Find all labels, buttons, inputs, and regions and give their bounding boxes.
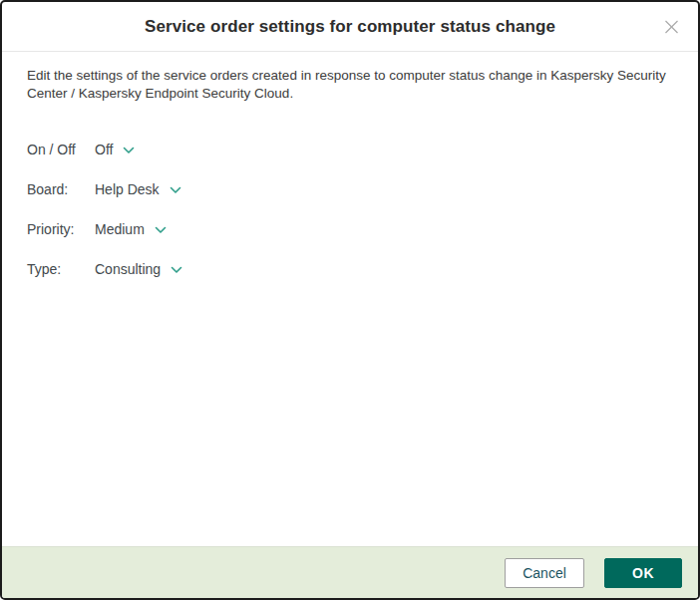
priority-dropdown[interactable]: Medium <box>95 221 167 237</box>
ok-button[interactable]: OK <box>604 558 682 588</box>
on-off-dropdown[interactable]: Off <box>95 142 135 157</box>
service-order-settings-dialog: Service order settings for computer stat… <box>0 0 700 600</box>
chevron-down-icon <box>171 266 182 274</box>
field-label-board: Board: <box>27 181 95 197</box>
priority-dropdown-value: Medium <box>95 221 145 237</box>
field-label-type: Type: <box>27 261 95 277</box>
chevron-down-icon <box>123 147 135 154</box>
field-label-on-off: On / Off <box>27 142 95 157</box>
chevron-down-icon <box>170 186 181 194</box>
cancel-button[interactable]: Cancel <box>505 558 584 588</box>
close-icon[interactable] <box>660 15 683 38</box>
form-row: Board: Help Desk <box>27 180 673 198</box>
board-dropdown-value: Help Desk <box>95 181 160 197</box>
form-row: On / Off Off <box>27 141 673 158</box>
type-dropdown[interactable]: Consulting <box>95 261 182 277</box>
form-row: Type: Consulting <box>27 260 673 278</box>
form-row: Priority: Medium <box>27 220 673 238</box>
dialog-description: Edit the settings of the service orders … <box>27 67 673 102</box>
type-dropdown-value: Consulting <box>95 261 161 277</box>
dialog-header: Service order settings for computer stat… <box>2 2 698 52</box>
dialog-footer: Cancel OK <box>2 546 698 598</box>
dialog-title: Service order settings for computer stat… <box>145 17 555 37</box>
settings-form: On / Off Off Board: Help Desk <box>27 141 673 278</box>
dialog-body: Edit the settings of the service orders … <box>2 52 698 278</box>
field-label-priority: Priority: <box>27 221 95 237</box>
chevron-down-icon <box>155 226 167 234</box>
on-off-dropdown-value: Off <box>95 142 113 157</box>
board-dropdown[interactable]: Help Desk <box>95 181 181 197</box>
